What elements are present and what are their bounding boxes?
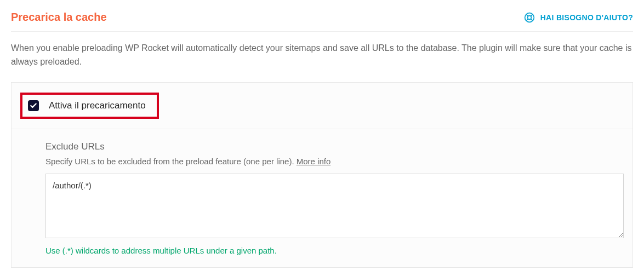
highlight-annotation: Attiva il precaricamento xyxy=(20,93,159,119)
exclude-urls-description: Specify URLs to be excluded from the pre… xyxy=(45,157,624,166)
section-title: Precarica la cache xyxy=(11,11,107,24)
lifebuoy-icon xyxy=(524,12,535,23)
wildcard-hint: Use (.*) wildcards to address multiple U… xyxy=(45,246,624,255)
exclude-urls-title: Exclude URLs xyxy=(45,141,624,152)
help-link[interactable]: HAI BISOGNO D'AIUTO? xyxy=(524,12,633,23)
enable-preload-label: Attiva il precaricamento xyxy=(49,100,146,111)
section-description: When you enable preloading WP Rocket wil… xyxy=(11,42,633,69)
enable-preload-checkbox[interactable] xyxy=(28,100,39,111)
exclude-urls-textarea[interactable] xyxy=(45,174,624,238)
svg-line-4 xyxy=(531,14,533,16)
exclude-urls-section: Exclude URLs Specify URLs to be excluded… xyxy=(12,129,632,267)
enable-preload-row: Attiva il precaricamento xyxy=(12,83,632,129)
svg-line-2 xyxy=(526,14,528,16)
section-header: Precarica la cache HAI BISOGNO D'AIUTO? xyxy=(11,11,633,32)
check-icon xyxy=(30,102,37,110)
svg-line-3 xyxy=(531,19,533,21)
svg-line-5 xyxy=(526,19,528,21)
more-info-link[interactable]: More info xyxy=(297,157,331,166)
settings-panel: Attiva il precaricamento Exclude URLs Sp… xyxy=(11,82,633,268)
exclude-desc-text: Specify URLs to be excluded from the pre… xyxy=(45,157,297,166)
help-link-label: HAI BISOGNO D'AIUTO? xyxy=(540,13,633,22)
svg-point-1 xyxy=(527,15,531,19)
